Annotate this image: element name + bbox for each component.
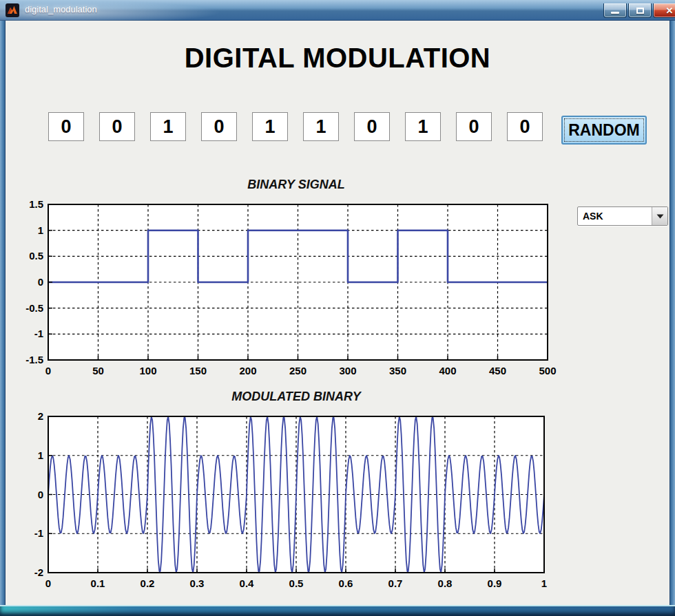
bit-field-8[interactable]: 1 xyxy=(405,112,441,141)
svg-text:-1: -1 xyxy=(34,527,43,539)
svg-text:500: 500 xyxy=(539,365,556,376)
svg-text:300: 300 xyxy=(339,365,356,376)
random-button[interactable]: RANDOM xyxy=(561,116,647,145)
minimize-button[interactable] xyxy=(603,3,627,18)
binary-signal-plot: BINARY SIGNAL 05010015020025030035040045… xyxy=(21,176,558,385)
svg-text:0.1: 0.1 xyxy=(91,577,105,589)
bit-field-1[interactable]: 0 xyxy=(48,112,84,141)
svg-text:0.4: 0.4 xyxy=(240,577,255,589)
svg-text:-0.5: -0.5 xyxy=(25,302,43,314)
svg-text:0.7: 0.7 xyxy=(388,577,403,589)
chevron-down-icon[interactable] xyxy=(652,207,667,225)
svg-text:0.8: 0.8 xyxy=(438,577,453,589)
modulated-binary-chart: 00.10.20.30.40.50.60.70.80.91-2-1012 xyxy=(21,408,558,597)
minimize-icon xyxy=(611,12,619,14)
svg-text:0.2: 0.2 xyxy=(141,577,155,589)
window-title: digital_modulation xyxy=(25,4,97,14)
page-title: DIGITAL MODULATION xyxy=(0,43,675,74)
svg-text:450: 450 xyxy=(489,365,506,376)
bit-field-9[interactable]: 0 xyxy=(456,112,492,141)
bit-field-2[interactable]: 0 xyxy=(99,112,135,141)
window-frame-right xyxy=(669,21,675,605)
binary-signal-chart: 050100150200250300350400450500-1.5-1-0.5… xyxy=(21,196,558,382)
svg-text:-1: -1 xyxy=(34,328,43,339)
modulation-select-value: ASK xyxy=(578,211,652,222)
svg-text:2: 2 xyxy=(38,410,43,422)
window-controls: ✕ xyxy=(603,3,675,18)
svg-text:1: 1 xyxy=(541,577,547,589)
svg-text:250: 250 xyxy=(289,365,307,376)
window-frame-bottom xyxy=(0,605,675,616)
modulation-select[interactable]: ASK xyxy=(577,206,668,226)
window-frame-left xyxy=(0,21,6,605)
modulated-binary-plot-title: MODULATED BINARY xyxy=(21,387,558,408)
svg-text:150: 150 xyxy=(189,365,207,376)
svg-text:0: 0 xyxy=(45,577,51,589)
bit-field-10[interactable]: 0 xyxy=(507,112,543,141)
close-button[interactable]: ✕ xyxy=(653,3,675,18)
svg-text:100: 100 xyxy=(139,365,156,376)
matlab-app-icon xyxy=(6,3,19,17)
svg-text:0: 0 xyxy=(45,365,51,376)
svg-text:0: 0 xyxy=(38,276,43,288)
svg-text:-2: -2 xyxy=(34,566,43,578)
svg-text:-1.5: -1.5 xyxy=(25,354,43,365)
window-titlebar: digital_modulation ✕ xyxy=(0,0,675,21)
bit-field-6[interactable]: 1 xyxy=(303,112,339,141)
maximize-icon xyxy=(636,8,644,14)
svg-text:50: 50 xyxy=(92,365,104,376)
app-window: digital_modulation ✕ DIGITAL MODULATION … xyxy=(0,0,675,616)
svg-text:1.5: 1.5 xyxy=(29,198,43,210)
modulated-binary-plot: MODULATED BINARY 00.10.20.30.40.50.60.70… xyxy=(21,387,558,600)
bit-field-5[interactable]: 1 xyxy=(252,112,288,141)
svg-text:1: 1 xyxy=(38,224,43,236)
svg-text:0.3: 0.3 xyxy=(190,577,205,589)
svg-text:350: 350 xyxy=(389,365,406,376)
svg-text:0.6: 0.6 xyxy=(339,577,353,589)
svg-text:0.5: 0.5 xyxy=(29,250,43,262)
bit-field-3[interactable]: 1 xyxy=(150,112,186,141)
svg-text:0: 0 xyxy=(38,489,43,500)
bit-field-7[interactable]: 0 xyxy=(354,112,390,141)
close-icon: ✕ xyxy=(666,6,674,16)
svg-text:0.9: 0.9 xyxy=(488,577,502,589)
binary-signal-plot-title: BINARY SIGNAL xyxy=(21,176,558,196)
svg-text:1: 1 xyxy=(38,449,43,461)
svg-text:400: 400 xyxy=(439,365,456,376)
maximize-button[interactable] xyxy=(628,3,652,18)
svg-text:200: 200 xyxy=(239,365,256,376)
bit-field-4[interactable]: 0 xyxy=(201,112,237,141)
svg-text:0.5: 0.5 xyxy=(289,577,304,589)
